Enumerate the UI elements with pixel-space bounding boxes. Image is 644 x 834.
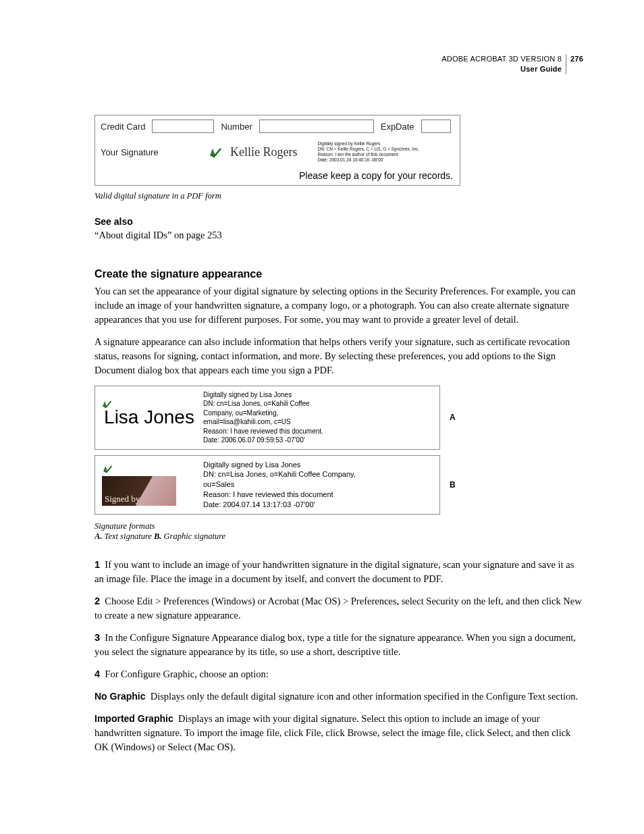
section-heading: Create the signature appearance bbox=[95, 268, 583, 280]
valid-signature-icon bbox=[209, 146, 223, 158]
step-2: 2 Choose Edit > Preferences (Windows) or… bbox=[95, 594, 583, 623]
figure-signature-graphic: Signed by Digitally signed by Lisa Jones… bbox=[95, 455, 440, 515]
signature-details: Digitally signed by Kellie Rogers DN: CN… bbox=[317, 141, 419, 163]
header-product: ADOBE ACROBAT 3D VERSION 8 bbox=[441, 55, 562, 63]
page-number: 276 bbox=[566, 54, 583, 74]
figure1-caption: Valid digital signature in a PDF form bbox=[95, 191, 583, 201]
see-also-heading: See also bbox=[95, 216, 583, 227]
field-expdate bbox=[421, 120, 451, 133]
option-imported-graphic: Imported Graphic Displays an image with … bbox=[95, 712, 583, 754]
signature-photo: Signed by bbox=[102, 476, 176, 506]
label-number: Number bbox=[221, 122, 252, 132]
valid-signature-icon bbox=[102, 464, 114, 476]
page: ADOBE ACROBAT 3D VERSION 8 User Guide 27… bbox=[0, 0, 644, 816]
valid-signature-icon bbox=[143, 411, 155, 423]
photo-signed-by: Signed by bbox=[105, 494, 140, 504]
callout-a: A bbox=[450, 413, 456, 422]
signature-handwriting: Kellie Rogers bbox=[230, 145, 297, 159]
step-4: 4 For Configure Graphic, choose an optio… bbox=[95, 667, 583, 681]
signature-b-details: Digitally signed by Lisa Jones DN: cn=Li… bbox=[203, 460, 356, 510]
figure2-caption: Signature formats A. Text signature B. G… bbox=[95, 521, 583, 542]
section-p1: You can set the appearance of your digit… bbox=[95, 284, 583, 327]
callout-b: B bbox=[450, 480, 456, 490]
step-3: 3 In the Configure Signature Appearance … bbox=[95, 631, 583, 659]
step-1: 1 If you want to include an image of you… bbox=[95, 558, 583, 586]
field-credit-card bbox=[152, 120, 214, 133]
running-header: ADOBE ACROBAT 3D VERSION 8 User Guide 27… bbox=[441, 54, 583, 74]
figure-signature-text: Lisa Jones Digitally signed by Lisa Jone… bbox=[95, 386, 440, 450]
header-doc: User Guide bbox=[520, 65, 562, 73]
figure-form-excerpt: Credit Card Number ExpDate Your Signatur… bbox=[95, 115, 460, 186]
see-also-ref: “About digital IDs” on page 253 bbox=[95, 230, 583, 241]
form-footer-note: Please keep a copy for your records. bbox=[95, 167, 460, 185]
label-your-signature: Your Signature bbox=[101, 147, 202, 157]
label-credit-card: Credit Card bbox=[101, 122, 145, 132]
label-expdate: ExpDate bbox=[381, 122, 414, 132]
signature-a-details: Digitally signed by Lisa Jones DN: cn=Li… bbox=[203, 390, 323, 445]
field-number bbox=[259, 120, 374, 133]
section-p2: A signature appearance can also include … bbox=[95, 335, 583, 377]
option-no-graphic: No Graphic Displays only the default dig… bbox=[95, 689, 583, 704]
